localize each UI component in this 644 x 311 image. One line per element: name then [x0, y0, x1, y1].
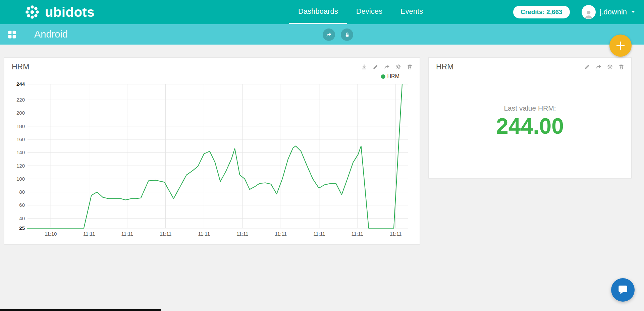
hrm-chart-widget: HRM	[4, 57, 420, 244]
settings-icon[interactable]	[395, 64, 401, 70]
svg-text:200: 200	[16, 110, 25, 116]
legend-label: HRM	[387, 73, 399, 79]
svg-text:11:11: 11:11	[121, 231, 133, 237]
svg-text:11:11: 11:11	[83, 231, 95, 237]
add-widget-button[interactable]	[609, 35, 632, 57]
share-dashboard-button[interactable]	[323, 28, 335, 41]
grid-icon	[8, 30, 16, 39]
ubidots-logo[interactable]: ubidots	[23, 3, 95, 21]
widget-toolbar	[361, 64, 413, 70]
chart-legend: HRM	[4, 72, 420, 81]
user-icon	[584, 9, 594, 19]
svg-text:140: 140	[16, 149, 25, 155]
svg-text:160: 160	[16, 136, 25, 142]
svg-text:11:11: 11:11	[390, 231, 401, 237]
user-menu[interactable]: j.downin	[582, 5, 635, 19]
metric-body: Last value HRM: 244.00	[429, 72, 631, 169]
svg-text:220: 220	[16, 97, 25, 103]
edit-icon[interactable]	[584, 64, 590, 70]
avatar	[582, 5, 596, 19]
main-nav: Dashboards Devices Events	[289, 0, 432, 24]
svg-text:11:10: 11:10	[45, 231, 57, 237]
edit-icon[interactable]	[372, 64, 379, 70]
username: j.downin	[600, 8, 627, 16]
svg-text:180: 180	[16, 123, 25, 129]
svg-text:11:11: 11:11	[160, 231, 171, 237]
nav-dashboards[interactable]: Dashboards	[289, 0, 347, 24]
metric-widget-header: HRM	[429, 58, 631, 72]
legend-dot	[381, 74, 385, 79]
chat-launcher-button[interactable]	[611, 278, 635, 302]
dashboard-subheader: Android	[0, 24, 644, 45]
settings-icon[interactable]	[607, 64, 613, 70]
svg-text:120: 120	[16, 163, 25, 169]
lock-dashboard-button[interactable]	[341, 28, 353, 41]
chevron-down-icon	[631, 10, 635, 14]
ubidots-logo-icon	[23, 3, 41, 21]
hrm-line-chart: 2540608010012014016018020022024411:1011:…	[11, 81, 413, 238]
chart-widget-header: HRM	[4, 58, 420, 72]
nav-events-label: Events	[400, 7, 423, 16]
download-icon[interactable]	[361, 64, 367, 70]
lock-icon	[344, 32, 350, 38]
forward-icon	[326, 32, 332, 38]
widget-title: HRM	[436, 62, 453, 71]
svg-text:60: 60	[19, 202, 25, 208]
svg-text:11:11: 11:11	[198, 231, 210, 237]
svg-text:244: 244	[16, 81, 25, 87]
metric-value: 244.00	[496, 115, 564, 137]
dashboard-title: Android	[34, 29, 68, 40]
svg-text:11:11: 11:11	[275, 231, 287, 237]
hrm-metric-widget: HRM	[428, 57, 632, 178]
nav-events[interactable]: Events	[391, 0, 432, 24]
bottom-strip	[0, 309, 161, 311]
svg-text:11:11: 11:11	[313, 231, 325, 237]
metric-label: Last value HRM:	[504, 104, 556, 112]
nav-devices-label: Devices	[356, 7, 382, 16]
plus-icon	[615, 40, 626, 51]
dashboards-grid-button[interactable]	[7, 30, 17, 39]
share-icon[interactable]	[384, 64, 390, 70]
svg-text:25: 25	[19, 225, 25, 231]
credits-badge[interactable]: Credits: 2,663	[513, 6, 570, 18]
top-navbar: ubidots Dashboards Devices Events Credit…	[0, 0, 644, 24]
chat-icon	[617, 284, 629, 296]
share-icon[interactable]	[595, 64, 602, 70]
delete-icon[interactable]	[618, 64, 625, 70]
svg-text:100: 100	[16, 176, 25, 182]
svg-text:11:11: 11:11	[352, 231, 363, 237]
widget-title: HRM	[12, 62, 29, 71]
svg-text:11:11: 11:11	[236, 231, 248, 237]
brand-name: ubidots	[45, 5, 95, 19]
svg-text:80: 80	[19, 189, 25, 195]
widget-toolbar	[584, 64, 625, 70]
nav-devices[interactable]: Devices	[347, 0, 391, 24]
nav-dashboards-label: Dashboards	[298, 7, 338, 16]
dashboard-actions	[323, 28, 353, 41]
delete-icon[interactable]	[407, 64, 413, 70]
svg-text:40: 40	[19, 215, 25, 221]
